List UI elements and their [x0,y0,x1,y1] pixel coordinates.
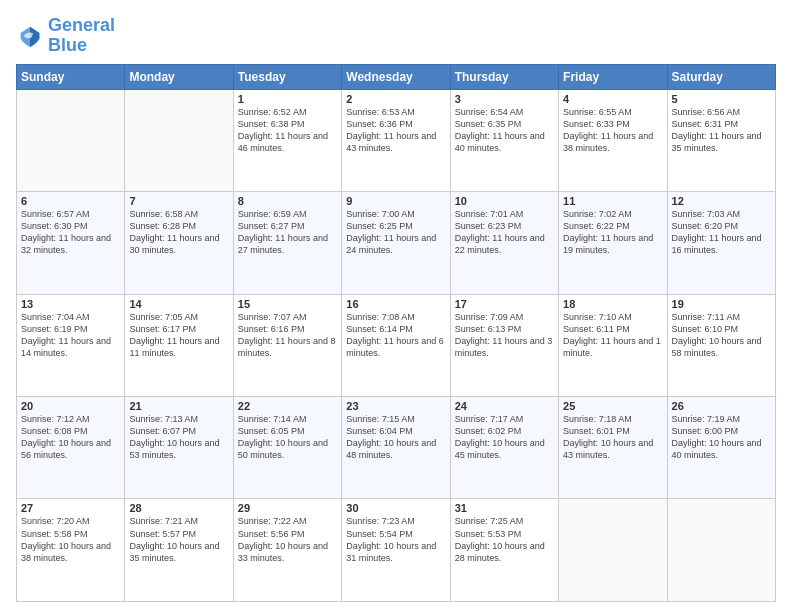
calendar-cell: 31Sunrise: 7:25 AMSunset: 5:53 PMDayligh… [450,499,558,602]
calendar-cell [559,499,667,602]
cell-info: Sunrise: 7:21 AMSunset: 5:57 PMDaylight:… [129,515,228,564]
weekday-header-tuesday: Tuesday [233,64,341,89]
cell-info: Sunrise: 7:10 AMSunset: 6:11 PMDaylight:… [563,311,662,360]
cell-info: Sunrise: 7:09 AMSunset: 6:13 PMDaylight:… [455,311,554,360]
week-row-3: 13Sunrise: 7:04 AMSunset: 6:19 PMDayligh… [17,294,776,396]
day-number: 27 [21,502,120,514]
day-number: 21 [129,400,228,412]
weekday-header-row: SundayMondayTuesdayWednesdayThursdayFrid… [17,64,776,89]
day-number: 31 [455,502,554,514]
calendar-cell: 9Sunrise: 7:00 AMSunset: 6:25 PMDaylight… [342,192,450,294]
calendar-cell: 26Sunrise: 7:19 AMSunset: 6:00 PMDayligh… [667,397,775,499]
cell-info: Sunrise: 7:02 AMSunset: 6:22 PMDaylight:… [563,208,662,257]
day-number: 12 [672,195,771,207]
calendar-cell: 15Sunrise: 7:07 AMSunset: 6:16 PMDayligh… [233,294,341,396]
calendar-cell: 7Sunrise: 6:58 AMSunset: 6:28 PMDaylight… [125,192,233,294]
day-number: 2 [346,93,445,105]
cell-info: Sunrise: 7:04 AMSunset: 6:19 PMDaylight:… [21,311,120,360]
day-number: 25 [563,400,662,412]
day-number: 6 [21,195,120,207]
day-number: 29 [238,502,337,514]
cell-info: Sunrise: 7:00 AMSunset: 6:25 PMDaylight:… [346,208,445,257]
calendar-cell: 25Sunrise: 7:18 AMSunset: 6:01 PMDayligh… [559,397,667,499]
cell-info: Sunrise: 7:22 AMSunset: 5:56 PMDaylight:… [238,515,337,564]
day-number: 15 [238,298,337,310]
cell-info: Sunrise: 7:18 AMSunset: 6:01 PMDaylight:… [563,413,662,462]
day-number: 5 [672,93,771,105]
cell-info: Sunrise: 6:55 AMSunset: 6:33 PMDaylight:… [563,106,662,155]
calendar-cell: 14Sunrise: 7:05 AMSunset: 6:17 PMDayligh… [125,294,233,396]
calendar-cell: 8Sunrise: 6:59 AMSunset: 6:27 PMDaylight… [233,192,341,294]
day-number: 4 [563,93,662,105]
weekday-header-sunday: Sunday [17,64,125,89]
logo-text: General Blue [48,16,115,56]
cell-info: Sunrise: 6:58 AMSunset: 6:28 PMDaylight:… [129,208,228,257]
week-row-4: 20Sunrise: 7:12 AMSunset: 6:08 PMDayligh… [17,397,776,499]
calendar-cell [125,89,233,191]
day-number: 19 [672,298,771,310]
day-number: 20 [21,400,120,412]
calendar-cell: 22Sunrise: 7:14 AMSunset: 6:05 PMDayligh… [233,397,341,499]
day-number: 8 [238,195,337,207]
day-number: 11 [563,195,662,207]
cell-info: Sunrise: 7:03 AMSunset: 6:20 PMDaylight:… [672,208,771,257]
calendar-cell: 4Sunrise: 6:55 AMSunset: 6:33 PMDaylight… [559,89,667,191]
calendar-table: SundayMondayTuesdayWednesdayThursdayFrid… [16,64,776,602]
cell-info: Sunrise: 6:53 AMSunset: 6:36 PMDaylight:… [346,106,445,155]
weekday-header-friday: Friday [559,64,667,89]
calendar-cell: 11Sunrise: 7:02 AMSunset: 6:22 PMDayligh… [559,192,667,294]
weekday-header-saturday: Saturday [667,64,775,89]
week-row-1: 1Sunrise: 6:52 AMSunset: 6:38 PMDaylight… [17,89,776,191]
calendar-cell: 13Sunrise: 7:04 AMSunset: 6:19 PMDayligh… [17,294,125,396]
day-number: 18 [563,298,662,310]
page: General Blue SundayMondayTuesdayWednesda… [0,0,792,612]
cell-info: Sunrise: 6:54 AMSunset: 6:35 PMDaylight:… [455,106,554,155]
day-number: 9 [346,195,445,207]
day-number: 16 [346,298,445,310]
day-number: 24 [455,400,554,412]
cell-info: Sunrise: 7:14 AMSunset: 6:05 PMDaylight:… [238,413,337,462]
calendar-cell: 27Sunrise: 7:20 AMSunset: 5:58 PMDayligh… [17,499,125,602]
calendar-cell: 12Sunrise: 7:03 AMSunset: 6:20 PMDayligh… [667,192,775,294]
cell-info: Sunrise: 6:57 AMSunset: 6:30 PMDaylight:… [21,208,120,257]
cell-info: Sunrise: 7:25 AMSunset: 5:53 PMDaylight:… [455,515,554,564]
day-number: 7 [129,195,228,207]
day-number: 3 [455,93,554,105]
day-number: 1 [238,93,337,105]
cell-info: Sunrise: 7:19 AMSunset: 6:00 PMDaylight:… [672,413,771,462]
calendar-cell [17,89,125,191]
day-number: 22 [238,400,337,412]
calendar-cell: 1Sunrise: 6:52 AMSunset: 6:38 PMDaylight… [233,89,341,191]
calendar-cell: 30Sunrise: 7:23 AMSunset: 5:54 PMDayligh… [342,499,450,602]
calendar-cell: 18Sunrise: 7:10 AMSunset: 6:11 PMDayligh… [559,294,667,396]
logo: General Blue [16,16,115,56]
cell-info: Sunrise: 7:08 AMSunset: 6:14 PMDaylight:… [346,311,445,360]
calendar-cell [667,499,775,602]
cell-info: Sunrise: 7:05 AMSunset: 6:17 PMDaylight:… [129,311,228,360]
cell-info: Sunrise: 7:20 AMSunset: 5:58 PMDaylight:… [21,515,120,564]
header: General Blue [16,16,776,56]
cell-info: Sunrise: 6:59 AMSunset: 6:27 PMDaylight:… [238,208,337,257]
cell-info: Sunrise: 7:07 AMSunset: 6:16 PMDaylight:… [238,311,337,360]
day-number: 30 [346,502,445,514]
calendar-cell: 19Sunrise: 7:11 AMSunset: 6:10 PMDayligh… [667,294,775,396]
day-number: 13 [21,298,120,310]
cell-info: Sunrise: 7:13 AMSunset: 6:07 PMDaylight:… [129,413,228,462]
day-number: 17 [455,298,554,310]
week-row-5: 27Sunrise: 7:20 AMSunset: 5:58 PMDayligh… [17,499,776,602]
calendar-cell: 23Sunrise: 7:15 AMSunset: 6:04 PMDayligh… [342,397,450,499]
calendar-cell: 6Sunrise: 6:57 AMSunset: 6:30 PMDaylight… [17,192,125,294]
calendar-cell: 24Sunrise: 7:17 AMSunset: 6:02 PMDayligh… [450,397,558,499]
calendar-cell: 21Sunrise: 7:13 AMSunset: 6:07 PMDayligh… [125,397,233,499]
calendar-cell: 5Sunrise: 6:56 AMSunset: 6:31 PMDaylight… [667,89,775,191]
calendar-cell: 28Sunrise: 7:21 AMSunset: 5:57 PMDayligh… [125,499,233,602]
calendar-cell: 3Sunrise: 6:54 AMSunset: 6:35 PMDaylight… [450,89,558,191]
cell-info: Sunrise: 6:52 AMSunset: 6:38 PMDaylight:… [238,106,337,155]
cell-info: Sunrise: 7:12 AMSunset: 6:08 PMDaylight:… [21,413,120,462]
day-number: 14 [129,298,228,310]
weekday-header-wednesday: Wednesday [342,64,450,89]
cell-info: Sunrise: 7:11 AMSunset: 6:10 PMDaylight:… [672,311,771,360]
cell-info: Sunrise: 7:17 AMSunset: 6:02 PMDaylight:… [455,413,554,462]
day-number: 23 [346,400,445,412]
weekday-header-monday: Monday [125,64,233,89]
